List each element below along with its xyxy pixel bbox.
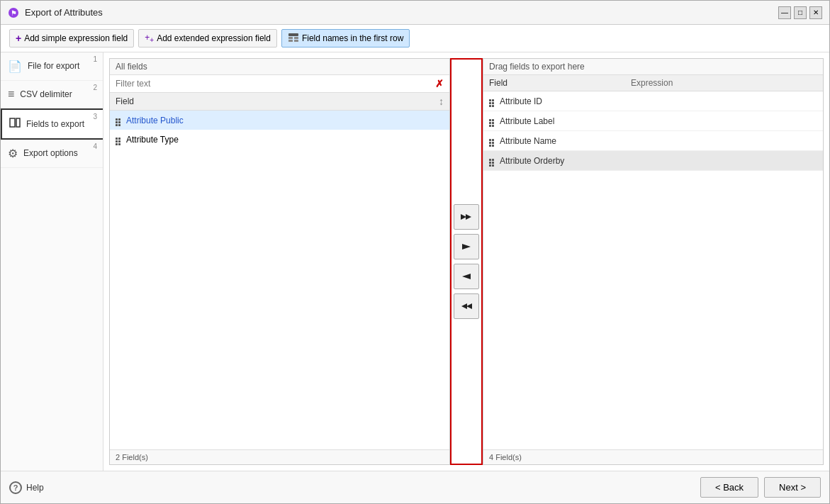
file-icon: 📄 bbox=[8, 60, 22, 73]
field-names-first-row-button[interactable]: Field names in the first row bbox=[281, 29, 410, 47]
field-names-label: Field names in the first row bbox=[302, 33, 403, 43]
sidebar-item-csv-delimiter[interactable]: ≡ CSV delimiter 2 bbox=[1, 81, 103, 108]
export-field-attr-id: Attribute ID bbox=[500, 96, 641, 106]
filter-row: ✗ bbox=[110, 75, 449, 93]
svg-rect-5 bbox=[288, 40, 293, 42]
footer: ? Help < Back Next > bbox=[1, 471, 829, 503]
drag-icon-export-1 bbox=[489, 95, 495, 107]
field-list-header: Field ↕ bbox=[110, 93, 449, 111]
sidebar-number-3: 3 bbox=[93, 113, 97, 121]
table-icon bbox=[288, 33, 299, 44]
content-area: All fields ✗ Field ↕ A bbox=[103, 52, 829, 471]
drag-icon-2 bbox=[116, 133, 122, 145]
move-all-right-button[interactable] bbox=[454, 204, 479, 230]
all-fields-panel: All fields ✗ Field ↕ A bbox=[109, 58, 450, 465]
sidebar-label-csv: CSV delimiter bbox=[20, 89, 72, 101]
transfer-buttons-panel bbox=[450, 58, 483, 465]
sidebar-number-4: 4 bbox=[93, 142, 97, 150]
window-title: Export of Attributes bbox=[25, 7, 103, 18]
sidebar-number-2: 2 bbox=[93, 84, 97, 91]
sort-icon: ↕ bbox=[439, 96, 444, 107]
field-name-attr-public: Attribute Public bbox=[126, 116, 184, 125]
main-window: ⚑ Export of Attributes — □ ✕ + Add simpl… bbox=[0, 0, 830, 504]
add-simple-label: Add simple expression field bbox=[24, 33, 128, 43]
app-icon: ⚑ bbox=[8, 7, 19, 18]
move-right-button[interactable] bbox=[454, 234, 479, 259]
filter-input[interactable] bbox=[110, 75, 430, 92]
export-row-attr-id[interactable]: Attribute ID bbox=[483, 91, 823, 111]
sidebar-item-fields-to-export[interactable]: Fields to export 3 bbox=[1, 108, 103, 140]
export-fields-count: 4 Field(s) bbox=[483, 449, 823, 464]
sidebar-label-file: File for export bbox=[28, 61, 79, 72]
help-circle-icon: ? bbox=[9, 481, 22, 494]
svg-rect-8 bbox=[16, 118, 20, 127]
field-row-attr-type[interactable]: Attribute Type bbox=[110, 130, 449, 149]
drag-icon-export-3 bbox=[489, 135, 495, 147]
field-name-attr-type: Attribute Type bbox=[126, 135, 179, 145]
field-row-attr-public[interactable]: Attribute Public bbox=[110, 111, 449, 130]
svg-marker-11 bbox=[462, 244, 471, 250]
export-field-attr-label: Attribute Label bbox=[500, 116, 641, 126]
sidebar: 📄 File for export 1 ≡ CSV delimiter 2 Fi… bbox=[1, 52, 103, 471]
sidebar-label-export: Export options bbox=[23, 148, 78, 159]
drag-icon bbox=[116, 114, 122, 126]
move-left-button[interactable] bbox=[454, 264, 479, 289]
add-simple-expression-button[interactable]: + Add simple expression field bbox=[9, 29, 134, 47]
title-bar-controls: — □ ✕ bbox=[778, 6, 822, 19]
export-col-field-header: Field bbox=[489, 78, 631, 88]
minimize-button[interactable]: — bbox=[778, 6, 791, 19]
export-list-header: Field Expression bbox=[483, 75, 823, 91]
export-fields-panel: Drag fields to export here Field Express… bbox=[483, 58, 824, 465]
export-field-attr-orderby: Attribute Orderby bbox=[500, 156, 641, 166]
next-button[interactable]: Next > bbox=[764, 477, 821, 498]
help-label: Help bbox=[26, 483, 44, 493]
svg-marker-12 bbox=[462, 274, 471, 279]
fields-icon bbox=[9, 117, 21, 131]
svg-marker-10 bbox=[466, 214, 471, 220]
title-bar-left: ⚑ Export of Attributes bbox=[8, 7, 103, 18]
svg-text:⚑: ⚑ bbox=[11, 9, 17, 17]
filter-clear-button[interactable]: ✗ bbox=[430, 75, 449, 92]
drag-icon-export-2 bbox=[489, 115, 495, 127]
svg-marker-13 bbox=[461, 303, 467, 309]
gear-icon: ⚙ bbox=[8, 147, 18, 160]
fields-layout: All fields ✗ Field ↕ A bbox=[109, 58, 824, 465]
toolbar: + Add simple expression field ++ Add ext… bbox=[1, 25, 829, 52]
sidebar-item-export-options[interactable]: ⚙ Export options 4 bbox=[1, 140, 103, 168]
sidebar-number-1: 1 bbox=[93, 55, 97, 63]
all-fields-header: All fields bbox=[110, 59, 449, 75]
back-button[interactable]: < Back bbox=[700, 477, 758, 498]
help-button[interactable]: ? Help bbox=[9, 481, 44, 494]
export-row-attr-name[interactable]: Attribute Name bbox=[483, 131, 823, 151]
drag-icon-export-4 bbox=[489, 155, 495, 167]
sidebar-label-fields: Fields to export bbox=[26, 119, 84, 130]
export-drag-header: Drag fields to export here bbox=[483, 59, 823, 75]
add-extended-label: Add extended expression field bbox=[157, 33, 271, 43]
svg-rect-3 bbox=[288, 37, 293, 39]
all-fields-count: 2 Field(s) bbox=[110, 449, 449, 464]
sidebar-item-file-for-export[interactable]: 📄 File for export 1 bbox=[1, 52, 103, 81]
export-field-attr-name: Attribute Name bbox=[500, 136, 641, 146]
field-list: Attribute Public Attribute Type bbox=[110, 111, 449, 449]
field-column-header: Field bbox=[116, 96, 134, 106]
svg-marker-9 bbox=[461, 214, 466, 220]
export-field-list: Attribute ID Attribute Label bbox=[483, 91, 823, 449]
close-button[interactable]: ✕ bbox=[809, 6, 822, 19]
export-row-attr-orderby[interactable]: Attribute Orderby bbox=[483, 151, 823, 171]
svg-rect-2 bbox=[288, 33, 298, 36]
export-col-expr-header: Expression bbox=[631, 78, 817, 88]
svg-rect-4 bbox=[294, 37, 298, 39]
plus-icon: + bbox=[16, 33, 21, 44]
title-bar: ⚑ Export of Attributes — □ ✕ bbox=[1, 1, 829, 25]
csv-icon: ≡ bbox=[8, 88, 14, 101]
nav-buttons: < Back Next > bbox=[700, 477, 821, 498]
svg-rect-6 bbox=[294, 40, 298, 42]
add-extended-expression-button[interactable]: ++ Add extended expression field bbox=[138, 29, 277, 47]
extended-plus-icon: ++ bbox=[145, 33, 154, 44]
svg-rect-7 bbox=[10, 118, 15, 127]
maximize-button[interactable]: □ bbox=[794, 6, 807, 19]
move-all-left-button[interactable] bbox=[454, 293, 479, 319]
main-content: 📄 File for export 1 ≡ CSV delimiter 2 Fi… bbox=[1, 52, 829, 471]
export-row-attr-label[interactable]: Attribute Label bbox=[483, 111, 823, 131]
svg-marker-14 bbox=[466, 303, 472, 309]
